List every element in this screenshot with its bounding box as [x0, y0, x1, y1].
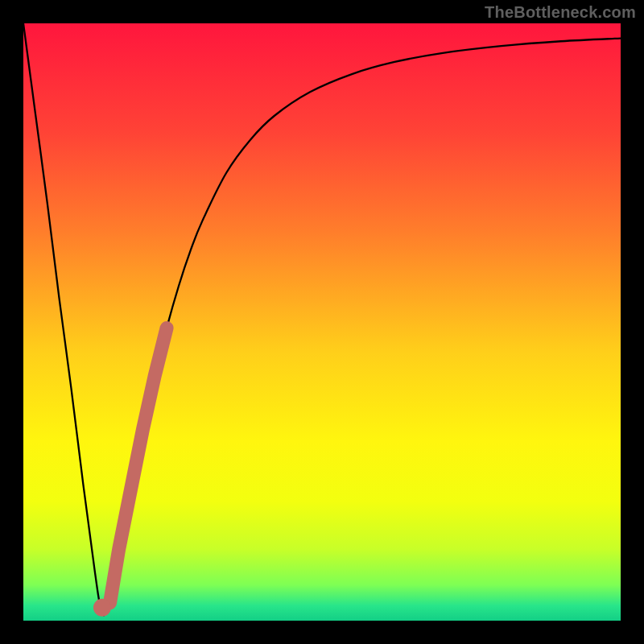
highlight-dot	[93, 599, 111, 617]
bottleneck-chart	[23, 23, 621, 621]
attribution-watermark: TheBottleneck.com	[485, 3, 636, 22]
gradient-background	[23, 23, 621, 621]
chart-frame: TheBottleneck.com	[0, 0, 644, 644]
plot-area	[23, 23, 621, 621]
